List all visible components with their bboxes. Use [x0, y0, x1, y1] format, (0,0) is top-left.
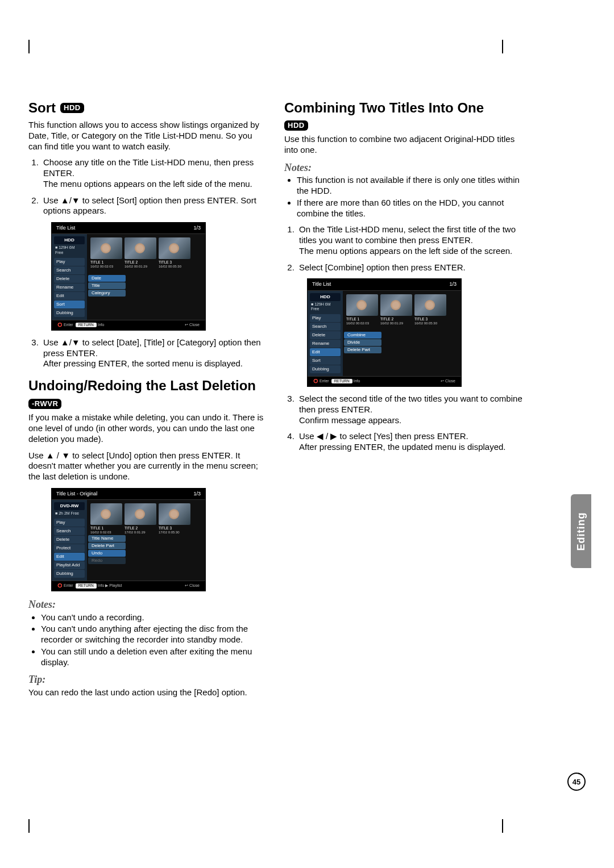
list-item: Use ◀ / ▶ to select [Yes] then press ENT… — [297, 431, 523, 453]
undo-p2: Use ▲ / ▼ to select [Undo] option then p… — [28, 450, 267, 482]
combine-notes: This function is not available if there … — [284, 175, 523, 219]
section-tab: Editing — [571, 494, 591, 568]
sort-steps: Choose any title on the Title List-HDD m… — [28, 157, 267, 216]
crop-mark — [28, 819, 30, 833]
notes-heading: Notes: — [28, 598, 267, 611]
right-column: Combining Two Titles Into One HDD Use th… — [284, 99, 523, 704]
rwvr-badge: -RWVR — [28, 399, 61, 409]
heading-text: Combining Two Titles Into One — [284, 99, 484, 116]
list-item: If there are more than 60 titles on the … — [297, 198, 523, 219]
sort-heading: Sort HDD — [28, 99, 267, 116]
sort-screenshot: Title List 1/3 HDD ■ 129H 6M Free Play S… — [51, 222, 206, 331]
combine-steps: On the Title List-HDD menu, select the f… — [284, 224, 523, 273]
sort-steps-cont: Use ▲/▼ to select [Date], [Title] or [Ca… — [28, 337, 267, 369]
sort-intro: This function allows you to access show … — [28, 120, 267, 152]
combine-intro: Use this function to combine two adjacen… — [284, 134, 523, 156]
list-item: You can't undo a recording. — [41, 612, 267, 623]
list-item: This function is not available if there … — [297, 175, 523, 197]
list-item: Select [Combine] option then press ENTER… — [297, 262, 523, 273]
combine-screenshot: Title List 1/3 HDD ■ 129H 6M Free Play S… — [307, 278, 462, 387]
list-item: Use ▲/▼ to select [Date], [Title] or [Ca… — [41, 337, 267, 369]
undo-screenshot: Title List - Original 1/3 DVD-RW ■ 2h 2M… — [51, 488, 206, 591]
heading-text: Undoing/Redoing the Last Deletion — [28, 377, 256, 394]
notes-heading: Notes: — [284, 161, 523, 174]
combine-steps-cont: Select the second title of the two title… — [284, 394, 523, 453]
combine-heading: Combining Two Titles Into One — [284, 99, 523, 116]
page: Sort HDD This function allows you to acc… — [0, 31, 614, 704]
list-item: Choose any title on the Title List-HDD m… — [41, 157, 267, 189]
crop-mark — [502, 819, 503, 833]
heading-text: Sort — [28, 99, 56, 116]
list-item: You can't undo anything after ejecting t… — [41, 624, 267, 645]
page-number: 45 — [567, 773, 586, 791]
undo-p1: If you make a mistake while deleting, yo… — [28, 412, 267, 444]
tip-text: You can redo the last undo action using … — [28, 687, 267, 698]
left-column: Sort HDD This function allows you to acc… — [28, 99, 267, 704]
list-item: Use ▲/▼ to select [Sort] option then pre… — [41, 195, 267, 217]
hdd-badge: HDD — [60, 103, 84, 113]
hdd-badge: HDD — [284, 120, 308, 131]
list-item: On the Title List-HDD menu, select the f… — [297, 224, 523, 256]
section-tab-label: Editing — [575, 512, 587, 550]
list-item: Select the second title of the two title… — [297, 394, 523, 425]
tip-heading: Tip: — [28, 673, 267, 686]
list-item: You can still undo a deletion even after… — [41, 646, 267, 668]
undo-heading: Undoing/Redoing the Last Deletion -RWVR — [28, 377, 267, 409]
undo-notes: You can't undo a recording. You can't un… — [28, 612, 267, 668]
